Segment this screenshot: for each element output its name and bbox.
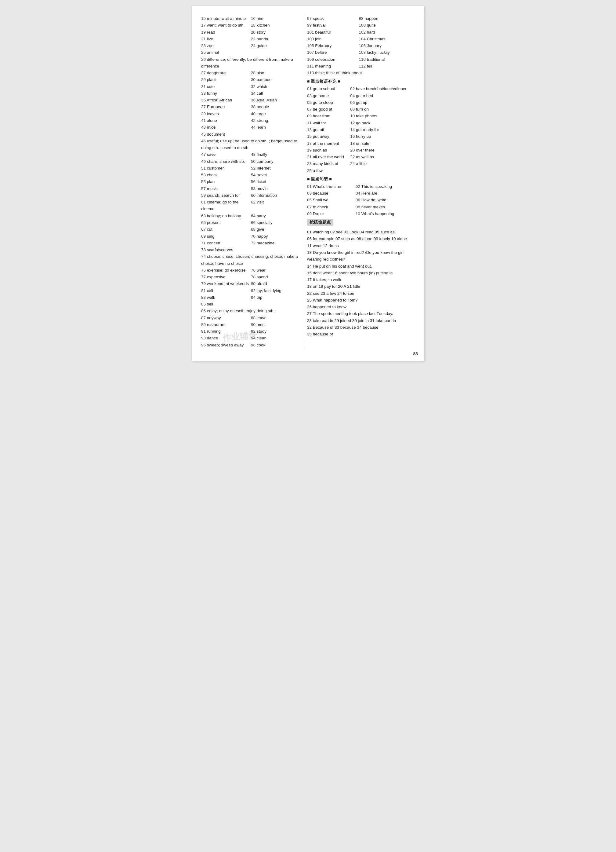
list-item: 60 information <box>251 192 301 199</box>
list-item: 20 over there <box>350 147 415 154</box>
list-item: 18 on sale <box>350 140 415 147</box>
list-item: 55 plan <box>201 178 251 185</box>
list-item: 14 get ready for <box>350 127 415 133</box>
list-item: 07 be good at <box>307 106 350 113</box>
list-item: 101 beautiful <box>307 29 358 36</box>
list-item: 107 before <box>307 49 358 56</box>
list-item: 35 Africa; African36 Asia; Asian <box>201 97 301 104</box>
list-item: 33 funny <box>201 90 251 97</box>
list-item: 113 think; think of; think about <box>307 69 415 76</box>
list-item: 83 walk84 trip <box>201 294 301 301</box>
list-item: 17 It takes; to walk <box>307 276 415 283</box>
list-item: 58 movie <box>251 186 301 192</box>
list-item: 77 expensive78 spend <box>201 274 301 281</box>
list-item: 76 wear <box>251 267 301 274</box>
list-item: 16 him <box>251 15 301 22</box>
list-item: 02 have breakfast/lunch/dinner <box>350 86 415 92</box>
list-item: 102 hard <box>358 29 415 36</box>
list-item: 22 see 23 a few 24 to see <box>307 290 415 297</box>
list-item: 65 present66 specially <box>201 219 301 226</box>
list-item: 07 to check08 never makes <box>307 204 415 210</box>
list-item: 49 share; share with sb.50 company <box>201 158 301 165</box>
list-item: 31 cute <box>201 83 251 90</box>
list-item: 41 alone42 strong <box>201 117 301 124</box>
list-item: 94 clean <box>251 335 301 341</box>
list-item: 97 speak <box>307 15 358 22</box>
list-item: 70 happy <box>251 233 301 240</box>
list-item: 17 want; want to do sth.18 kitchen <box>201 22 301 29</box>
list-item: 43 mice <box>201 124 251 131</box>
list-item: 88 leave <box>251 315 301 321</box>
list-item: 81 call82 lay; lain; lying <box>201 287 301 294</box>
list-item: 67 cut <box>201 226 251 233</box>
list-item: 19 such as20 over there <box>307 147 415 154</box>
list-item: 17 at the moment <box>307 140 350 147</box>
list-item: 22 as well as <box>350 154 415 160</box>
list-item: 97 speak98 happen <box>307 15 415 22</box>
list-item: 54 travel <box>251 172 301 178</box>
list-item: 63 holiday; on holiday <box>201 213 251 219</box>
list-item: 08 turn on <box>350 106 415 113</box>
list-item: 11 wait for <box>307 120 350 127</box>
list-item: 18 kitchen <box>251 22 301 29</box>
list-item: 06 How do; write <box>355 197 415 204</box>
list-item: 03 because <box>307 190 355 197</box>
list-item: 28 take part in 29 joined 30 join in 31 … <box>307 317 415 324</box>
list-item: 32 which <box>251 83 301 90</box>
list-item: 04 go to bed <box>350 92 415 99</box>
list-item: 24 a little <box>350 160 415 167</box>
list-item: 110 traditional <box>358 56 415 63</box>
list-item: 95 sweep; sweep away96 cook <box>201 342 301 349</box>
list-item: 21 all over the world22 as well as <box>307 154 415 160</box>
list-item: 85 sell <box>201 301 301 308</box>
list-item: 27 The sports meeting took place last Tu… <box>307 310 415 317</box>
list-item: 03 go home04 go to bed <box>307 92 415 99</box>
practice-header: 抢练命题点 <box>307 219 333 226</box>
list-item: 55 plan56 ticket <box>201 178 301 185</box>
page-number: 83 <box>413 351 418 356</box>
list-item: 42 strong <box>251 117 301 124</box>
list-item: 01 watching 02 see 03 Look 04 read 05 su… <box>307 229 415 236</box>
list-item: 15 put away16 hurry up <box>307 133 415 140</box>
list-item: 37 European <box>201 104 251 110</box>
list-item: 105 February <box>307 42 358 49</box>
list-item: 11 wear 12 dress <box>307 243 415 249</box>
list-item: 27 dangerous <box>201 69 251 76</box>
list-item: 68 give <box>251 226 301 233</box>
list-item: 86 enjoy; enjoy oneself; enjoy doing sth… <box>201 308 301 314</box>
list-item: 83 walk <box>201 294 251 301</box>
list-item: 73 scarfs/scarves <box>201 246 301 253</box>
list-item: 109 celebration110 traditional <box>307 56 415 63</box>
list-item: 41 alone <box>201 117 251 124</box>
list-item: 69 sing <box>201 233 251 240</box>
list-item: 22 panda <box>251 36 301 42</box>
list-item: 80 afraid <box>251 281 301 287</box>
list-item: 105 February106 January <box>307 42 415 49</box>
list-item: 81 call <box>201 287 251 294</box>
list-item: 53 check54 travel <box>201 172 301 178</box>
list-item: 59 search; search for60 information <box>201 192 301 199</box>
list-item: 59 search; search for <box>201 192 251 199</box>
list-item: 09 Do; or <box>307 210 355 217</box>
list-item: 111 meaning <box>307 63 358 69</box>
list-item: 03 because04 Here are <box>307 190 415 197</box>
list-item: 21 all over the world <box>307 154 350 160</box>
list-item: 07 be good at08 turn on <box>307 106 415 113</box>
list-item: 75 exercise; do exercise76 wear <box>201 267 301 274</box>
list-item: 09 Do; or10 What's happening <box>307 210 415 217</box>
list-item: 71 concert72 magazine <box>201 240 301 246</box>
list-item: 09 hear from <box>307 113 350 119</box>
list-item: 89 restaurant90 most <box>201 321 301 328</box>
list-item: 06 get up <box>350 99 415 106</box>
list-item: 02 This is; speaking <box>355 183 415 190</box>
list-item: 53 check <box>201 172 251 178</box>
content: 15 minute; wait a minute16 him17 want; w… <box>201 15 415 349</box>
list-item: 28 also <box>251 69 301 76</box>
list-item: 30 bamboo <box>251 76 301 83</box>
list-item: 05 Shall we06 How do; write <box>307 197 415 204</box>
list-item: 36 Asia; Asian <box>251 97 301 104</box>
list-item: 01 What's the time <box>307 183 355 190</box>
list-item: 31 cute32 which <box>201 83 301 90</box>
list-item: 52 Internet <box>251 165 301 172</box>
list-item: 26 difference; differently; be different… <box>201 56 301 70</box>
